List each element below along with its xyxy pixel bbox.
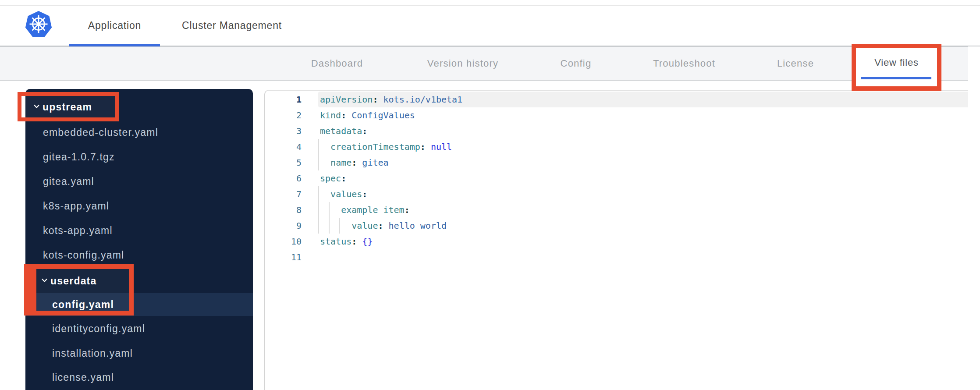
code-token-colon: : <box>378 220 388 231</box>
code-line-8: 8 example_item: <box>265 202 968 218</box>
tree-item-label: kots-app.yaml <box>43 225 113 237</box>
annotation-box-upstream <box>18 92 119 121</box>
code-line-text: example_item: <box>320 202 410 218</box>
tree-item-label: embedded-cluster.yaml <box>43 127 158 138</box>
code-token-special: null <box>431 142 452 152</box>
code-line-6: 6spec: <box>265 170 968 186</box>
tree-item-label: k8s-app.yaml <box>43 200 109 212</box>
tree-item-label: identityconfig.yaml <box>52 323 145 335</box>
code-token-colon: : <box>362 189 367 199</box>
app-subnav: DashboardVersion historyConfigTroublesho… <box>0 46 968 81</box>
code-line-4: 4 creationTimestamp: null <box>265 139 968 155</box>
code-line-text: metadata: <box>320 123 367 139</box>
line-number: 9 <box>265 218 302 234</box>
subnav-item-view-files[interactable]: View files <box>856 57 937 68</box>
code-token-str: ConfigValues <box>352 110 415 121</box>
tree-file-identityconfig-yaml[interactable]: identityconfig.yaml <box>25 316 280 341</box>
subnav-item-version-history[interactable]: Version history <box>427 47 498 80</box>
tab-application[interactable]: Application <box>69 6 160 46</box>
tree-file-kots-app-yaml[interactable]: kots-app.yaml <box>25 218 270 243</box>
tab-cluster-management[interactable]: Cluster Management <box>172 6 291 46</box>
code-token-str: hello world <box>389 220 447 231</box>
code-token-key: metadata <box>320 126 362 136</box>
code-line-text: apiVersion: kots.io/v1beta1 <box>320 92 462 107</box>
tree-file-embedded-cluster-yaml[interactable]: embedded-cluster.yaml <box>25 120 270 145</box>
code-token-colon: : <box>405 205 410 215</box>
content-right-divider <box>968 46 968 390</box>
code-line-2: 2kind: ConfigValues <box>265 107 968 123</box>
code-line-text: kind: ConfigValues <box>320 107 415 123</box>
code-token-colon: : <box>362 126 367 136</box>
code-line-10: 10status: {} <box>265 234 968 249</box>
tree-file-gitea-1-0-7-tgz[interactable]: gitea-1.0.7.tgz <box>25 145 270 169</box>
code-line-5: 5 name: gitea <box>265 155 968 170</box>
indent-guide <box>318 155 319 170</box>
line-number: 1 <box>265 92 302 107</box>
code-token-colon: : <box>352 236 362 247</box>
code-token-colon: : <box>420 142 431 152</box>
line-number: 5 <box>265 155 302 170</box>
code-token-key: spec <box>320 173 341 184</box>
line-number: 8 <box>265 202 302 218</box>
line-number: 7 <box>265 186 302 202</box>
annotation-box-userdata-config <box>24 264 134 316</box>
tree-file-gitea-yaml[interactable]: gitea.yaml <box>25 169 270 194</box>
code-token-special: {} <box>362 236 373 247</box>
code-line-text: values: <box>320 186 367 202</box>
code-token-key: name <box>330 157 352 168</box>
subnav-item-config[interactable]: Config <box>561 47 592 80</box>
subnav-item-license[interactable]: License <box>777 47 814 80</box>
tree-file-kots-config-yaml[interactable]: kots-config.yaml <box>25 243 270 267</box>
code-token-colon: : <box>373 94 383 105</box>
code-token-key: creationTimestamp <box>330 142 420 152</box>
file-content-editor[interactable]: 1apiVersion: kots.io/v1beta12kind: Confi… <box>264 90 968 390</box>
code-token-key: values <box>330 189 362 199</box>
tree-item-label: gitea-1.0.7.tgz <box>43 151 115 163</box>
indent-guide <box>318 218 319 234</box>
code-token-str: gitea <box>362 157 388 168</box>
subnav-item-troubleshoot[interactable]: Troubleshoot <box>653 47 715 80</box>
indent-guide <box>318 202 319 218</box>
tree-file-k8s-app-yaml[interactable]: k8s-app.yaml <box>25 194 270 218</box>
tab-application-label: Application <box>88 20 141 32</box>
code-token-str: kots.io/v1beta1 <box>383 94 463 105</box>
subnav-item-dashboard[interactable]: Dashboard <box>311 47 363 80</box>
code-line-3: 3metadata: <box>265 123 968 139</box>
tree-item-label: gitea.yaml <box>43 176 94 188</box>
tree-item-label: license.yaml <box>52 372 114 383</box>
code-line-text: name: gitea <box>320 155 389 170</box>
code-line-text: creationTimestamp: null <box>320 139 452 155</box>
code-token-key: kind <box>320 110 341 121</box>
line-number: 2 <box>265 107 302 123</box>
indent-guide <box>318 139 319 155</box>
tree-file-license-yaml[interactable]: license.yaml <box>25 365 280 390</box>
code-token-colon: : <box>341 173 346 184</box>
tree-item-label: kots-config.yaml <box>43 249 124 261</box>
kots-admin-console: { "header": { "tabs": [ {"label": "Appli… <box>0 0 980 390</box>
code-line-text: spec: <box>320 170 346 186</box>
tab-cluster-management-label: Cluster Management <box>182 20 282 32</box>
code-line-1: 1apiVersion: kots.io/v1beta1 <box>265 92 968 107</box>
file-tree-sidebar: upstreamembedded-cluster.yamlgitea-1.0.7… <box>25 89 253 390</box>
app-header: Application Cluster Management <box>0 6 980 46</box>
code-line-7: 7 values: <box>265 186 968 202</box>
code-token-key: example_item <box>341 205 405 215</box>
code-token-colon: : <box>352 157 362 168</box>
line-number: 3 <box>265 123 302 139</box>
code-token-key: value <box>352 220 378 231</box>
code-token-key: apiVersion <box>320 94 373 105</box>
annotation-box-view-files: View files <box>852 44 941 91</box>
tree-item-label: installation.yaml <box>52 347 133 359</box>
code-token-key: status <box>320 236 352 247</box>
line-number: 11 <box>265 249 302 265</box>
code-line-11: 11 <box>265 249 968 265</box>
code-line-text: status: {} <box>320 234 373 249</box>
kubernetes-logo-icon <box>25 10 53 38</box>
line-number: 10 <box>265 234 302 249</box>
code-line-text: value: hello world <box>320 218 447 234</box>
indent-guide <box>318 186 319 202</box>
line-number: 6 <box>265 170 302 186</box>
active-subnav-underline <box>861 77 931 79</box>
tree-file-installation-yaml[interactable]: installation.yaml <box>25 341 280 365</box>
line-number: 4 <box>265 139 302 155</box>
